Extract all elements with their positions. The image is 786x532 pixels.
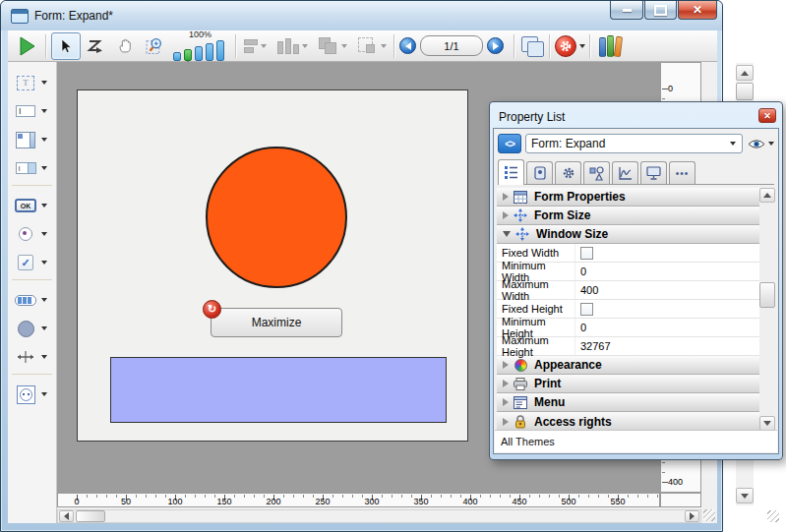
maximize-widget-button[interactable]: ↻ Maximize [211,308,342,337]
tab-display[interactable] [640,161,667,184]
dropdown-arrow-icon[interactable] [41,326,47,330]
dropdown-arrow-icon[interactable] [41,232,47,236]
previous-page-button[interactable] [399,37,416,54]
dropdown-arrow-icon [341,44,347,48]
property-row-maximum-width[interactable]: Maximum Width 400 [497,281,765,300]
zoom-level-control[interactable]: 100% [173,30,227,61]
toolbox-separator [12,374,52,375]
property-grid-scrollbar[interactable] [759,188,775,431]
panel-tabs: ••• [498,158,774,185]
zoom-bar[interactable] [206,43,213,61]
push-button-icon: OK [15,199,36,212]
code-view-button[interactable]: <> [498,134,521,153]
rectangle-widget[interactable] [110,357,447,423]
pages-button[interactable] [519,35,545,57]
grid-scroll-thumb[interactable] [759,282,775,308]
scroll-right-button[interactable] [685,510,699,522]
zoom-bar-current[interactable] [184,49,192,61]
tab-curve[interactable] [612,161,638,184]
form-surface[interactable]: ↻ Maximize [77,89,468,442]
scroll-thumb[interactable] [76,510,105,522]
bg-scroll-down-button[interactable] [736,488,754,503]
dropdown-arrow-icon[interactable] [41,298,47,302]
toolbox-item-splitter[interactable] [8,344,56,370]
toolbox-item-check-box[interactable]: ✓ [8,250,56,275]
group-print[interactable]: Print [497,375,765,393]
dropdown-arrow-icon[interactable] [41,109,47,113]
expander-collapsed-icon [503,193,509,201]
toolbox-item-text-edit[interactable]: I [8,98,56,124]
tab-order-tool-button[interactable] [81,32,110,60]
visibility-eye-icon[interactable] [748,139,765,149]
library-button[interactable] [599,35,623,57]
zoom-bars[interactable] [173,40,227,61]
pan-tool-button[interactable] [110,32,140,60]
minimum-width-value[interactable]: 0 [574,263,765,280]
page-indicator[interactable]: 1/1 [420,35,483,56]
group-form-properties[interactable]: Form Properties [497,188,765,207]
toolbox-item-label[interactable]: T [8,70,56,95]
dropdown-arrow-icon[interactable] [41,81,47,85]
tab-property-list[interactable] [498,159,524,185]
tab-more[interactable]: ••• [669,161,695,184]
property-list-window[interactable]: Property List ✕ <> Form: Expand [489,101,783,460]
bg-scroll-up-button[interactable] [736,65,754,81]
toolbox-item-combo-box[interactable]: I [8,155,56,181]
title-bar[interactable]: Form: Expand* ✕ [1,1,722,30]
toolbox-item-button[interactable]: OK [8,193,56,218]
fixed-width-checkbox[interactable] [580,247,593,260]
ruler-label: 150 [216,497,231,506]
run-button[interactable] [12,32,41,60]
select-tool-button[interactable] [51,32,81,60]
group-window-size[interactable]: Window Size [497,225,765,244]
settings-button[interactable] [555,35,576,57]
toolbox-item-list-box[interactable] [8,127,56,152]
background-window-resize-grip[interactable] [767,510,779,522]
lock-icon [513,415,528,429]
maximum-height-value[interactable]: 32767 [574,337,765,355]
zoom-tool-button[interactable] [140,32,169,60]
group-appearance[interactable]: Appearance [497,356,765,375]
maximize-button[interactable] [644,1,677,20]
gear-icon [559,39,573,53]
group-access-rights[interactable]: Access rights [497,412,765,431]
grid-scroll-down-button[interactable] [759,416,775,431]
dropdown-arrow-icon[interactable] [41,166,47,170]
minimum-height-value[interactable]: 0 [574,319,765,336]
dropdown-arrow-icon[interactable] [41,392,47,396]
panel-close-button[interactable]: ✕ [758,108,776,123]
close-button[interactable]: ✕ [678,1,717,20]
ellipse-widget[interactable] [206,147,347,288]
scroll-left-button[interactable] [59,510,74,522]
tab-objects[interactable] [583,161,610,184]
zoom-bar[interactable] [173,52,181,61]
visibility-dropdown-arrow-icon[interactable] [768,142,774,146]
horizontal-scrollbar[interactable] [57,509,701,523]
property-row-maximum-height[interactable]: Maximum Height 32767 [497,337,765,356]
dropdown-arrow-icon[interactable] [41,204,47,207]
bg-scroll-thumb[interactable] [736,83,754,100]
fixed-height-checkbox[interactable] [580,303,593,316]
panel-title-bar[interactable]: Property List ✕ [493,105,779,128]
zoom-bar[interactable] [216,40,224,61]
group-form-size[interactable]: Form Size [497,207,765,225]
minimize-button[interactable] [610,1,643,20]
window-resize-grip[interactable] [703,509,715,521]
toolbox-item-radio-button[interactable] [8,221,56,247]
toolbox-item-progress-bar[interactable] [8,287,56,313]
toolbox-item-socket[interactable] [8,382,56,407]
dropdown-arrow-icon[interactable] [41,138,47,142]
tab-settings-gear[interactable] [555,161,581,184]
zoom-bar[interactable] [195,46,203,61]
dropdown-arrow-icon[interactable] [41,261,47,265]
grid-scroll-up-button[interactable] [759,188,775,203]
object-selector-combobox[interactable]: Form: Expand [525,134,743,153]
maximum-width-value[interactable]: 400 [574,281,765,299]
toolbox-item-ellipse[interactable] [8,316,56,341]
dropdown-arrow-icon[interactable] [41,355,47,359]
settings-dropdown-arrow-icon[interactable] [579,44,585,48]
ruler-label: 400 [668,477,683,487]
group-menu[interactable]: Menu [497,393,765,412]
tab-data-book[interactable] [526,161,553,184]
next-page-button[interactable] [487,37,504,54]
